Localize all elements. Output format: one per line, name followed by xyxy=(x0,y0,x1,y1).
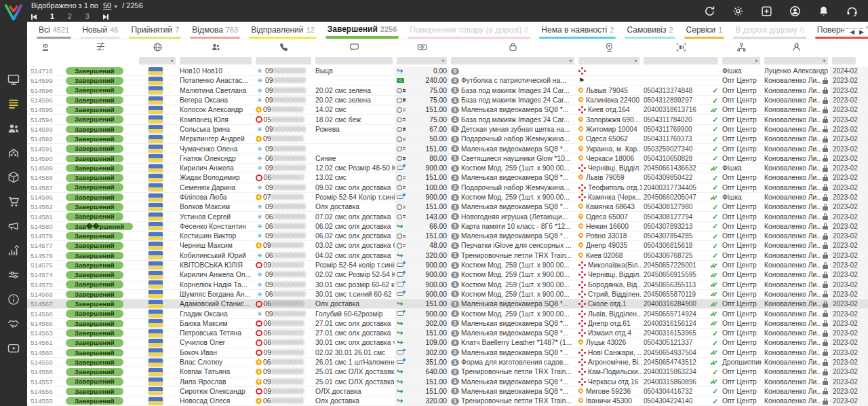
sidebar-item-orders[interactable] xyxy=(0,92,27,116)
table-row[interactable]: 514716ЗавершенийНов10 Нов100900000000Выц… xyxy=(27,67,868,76)
notifications-icon[interactable] xyxy=(817,5,830,18)
column-header-fulfillment[interactable] xyxy=(720,39,762,54)
column-header-client[interactable] xyxy=(178,39,254,54)
tab-Завершений[interactable]: Завершений2256 xyxy=(326,24,399,39)
sidebar-item-settings[interactable] xyxy=(0,263,27,287)
sidebar-item-statistics[interactable] xyxy=(0,238,27,263)
table-row[interactable]: 514557ЗавершенийЛила Ярослав090000000025… xyxy=(27,377,868,387)
sidebar-item-procurement[interactable] xyxy=(0,189,27,214)
filter-input-comment[interactable] xyxy=(315,57,393,64)
tab-label: Прийнятий7 xyxy=(129,25,181,37)
sidebar-item-partnership[interactable] xyxy=(0,312,27,336)
table-row[interactable]: 514599ЗавершенийПотапенко Анастас...0900… xyxy=(27,76,868,86)
column-header-tracking[interactable] xyxy=(642,39,720,54)
table-row[interactable]: 514580Зав��ршенийФесенко Константин06000… xyxy=(27,222,868,232)
add-icon[interactable] xyxy=(760,5,773,18)
client-name: Петровська Тетяна xyxy=(178,329,254,337)
tabs-scroll-left-icon[interactable]: ◀ xyxy=(850,29,854,35)
support-icon[interactable] xyxy=(846,5,859,18)
table-row[interactable]: 514568ЗавершенийШумляс Богдана Ан...0600… xyxy=(27,290,868,299)
filter-input-date[interactable] xyxy=(832,57,856,64)
table-row[interactable]: 514574ЗавершенийКирилич Анжела Ол...0900… xyxy=(27,270,868,280)
table-row[interactable]: 514591ЗавершенийЧумаченко Олена090000000… xyxy=(27,144,868,153)
tab-Повернення товару (в дорозі)[interactable]: Повернення товару (в дорозі)0 xyxy=(408,25,530,39)
table-row[interactable]: 514566ЗавершенийГладик Оксана0900000000Г… xyxy=(27,309,868,318)
table-row[interactable]: 514577ЗавершенийЧерниш Максим09000000000… xyxy=(27,241,868,251)
table-row[interactable]: 514555ЗавершенийНовосад Олеся0600000000О… xyxy=(27,396,868,406)
profile-icon[interactable] xyxy=(789,5,802,18)
tab-Нема в наявності[interactable]: Нема в наявності2 xyxy=(539,25,616,39)
tab-Самовивіз[interactable]: Самовивіз2 xyxy=(625,25,675,39)
table-row[interactable]: 514589ЗавершенийКирилич Анжела0900000000… xyxy=(27,164,868,173)
city-cell: Іваничи 45300 xyxy=(576,396,642,405)
table-row[interactable]: 514596ЗавершенийВегера Оксана09000000002… xyxy=(27,96,868,105)
page-size-dropdown[interactable]: 50 xyxy=(103,1,111,10)
last-page-button[interactable] xyxy=(103,14,108,20)
tab-Відправлений[interactable]: Відправлений12 xyxy=(249,25,317,39)
tabs-scroll-right-icon[interactable]: ▶ xyxy=(859,29,864,35)
table-row[interactable]: 514575ЗавершенийКВІТОВСЬКА ЮЛІЯ090000000… xyxy=(27,261,868,270)
tab-Новый[interactable]: Новый46 xyxy=(80,25,120,39)
tab-Сервіси[interactable]: Сервіси1 xyxy=(684,25,725,39)
column-header-phone[interactable] xyxy=(254,39,313,54)
table-row[interactable]: 514579ЗавершенийКостишин Виктор090000000… xyxy=(27,232,868,241)
table-row[interactable]: 514582ЗавершенийВолков Максим0900000000О… xyxy=(27,202,868,212)
sidebar-item-products[interactable] xyxy=(0,165,27,189)
refresh-icon[interactable] xyxy=(703,5,716,18)
table-row[interactable]: 514586ЗавершенийФіліпова Люба0700000000Р… xyxy=(27,193,868,202)
sidebar-item-organization[interactable] xyxy=(0,141,27,165)
table-row[interactable]: 514570ЗавершенийКорнелюк Надія Та...0900… xyxy=(27,280,868,290)
table-row[interactable]: 514559ЗавершенийВлас Слотюу060000000026.… xyxy=(27,358,868,367)
table-row[interactable]: 514598ЗавершенийМалютина Светлана0900000… xyxy=(27,86,868,96)
tab-В дорозі додому[interactable]: В дорозі додому0 xyxy=(733,25,806,39)
table-row[interactable]: 514588ЗавершенийЖидак Володимир060000000… xyxy=(27,173,868,183)
table-row[interactable]: 514567ЗавершенийАдамовский Станис...0600… xyxy=(27,299,868,309)
table-row[interactable]: 514592ЗавершенийМерклингер Андрей0900000… xyxy=(27,134,868,144)
table-row[interactable]: 514576ЗавершенийКобилинський Юрий0600000… xyxy=(27,251,868,261)
table-row[interactable]: 514595ЗавершенийКолосок Александр0900000… xyxy=(27,105,868,115)
filter-input-fulfillment[interactable]: ▼ xyxy=(722,57,760,64)
filter-input-product[interactable]: ▼ xyxy=(451,57,574,64)
table-row[interactable]: 514587ЗавершенийСеменюк Дарина0900000000… xyxy=(27,183,868,193)
column-header-comment[interactable] xyxy=(313,39,395,54)
sidebar-item-customers[interactable] xyxy=(0,116,27,141)
column-header-product[interactable] xyxy=(449,39,576,54)
column-header-status[interactable] xyxy=(64,39,137,54)
page-number-1[interactable]: 1 xyxy=(50,12,54,21)
filter-input-phone[interactable] xyxy=(256,57,311,64)
column-header-manager[interactable] xyxy=(762,39,830,54)
sidebar-item-marketing[interactable] xyxy=(0,214,27,238)
page-number-2[interactable]: 2 xyxy=(68,12,72,21)
filter-input-country[interactable]: ▼ xyxy=(139,57,176,64)
table-row[interactable]: 514556ЗавершенийСиротюк Олександр0900000… xyxy=(27,387,868,396)
table-row[interactable]: 514565ЗавершенийБаюка Максим060000000027… xyxy=(27,319,868,329)
filter-input-tracking[interactable] xyxy=(644,57,718,64)
filter-input-manager[interactable]: ▼ xyxy=(764,57,828,64)
tab-Відмова[interactable]: Відмова763 xyxy=(190,25,240,39)
settings-icon[interactable] xyxy=(732,5,745,18)
filter-input-client[interactable] xyxy=(180,57,252,64)
table-row[interactable]: 514558ЗавершенийКовпак Татьяна0900000000… xyxy=(27,367,868,377)
column-header-payment[interactable] xyxy=(395,39,449,54)
app-logo-icon[interactable] xyxy=(3,2,24,22)
column-header-id[interactable]: ID xyxy=(27,39,64,54)
page-number-3[interactable]: 3 xyxy=(85,12,90,21)
sidebar-item-dashboard[interactable] xyxy=(0,67,27,92)
column-header-date[interactable] xyxy=(830,39,868,54)
table-row[interactable]: 514593ЗавершенийСольська Ірина0900000000… xyxy=(27,125,868,134)
column-header-city[interactable] xyxy=(576,39,642,54)
tab-Прийнятий[interactable]: Прийнятий7 xyxy=(129,25,181,39)
sidebar-item-info[interactable] xyxy=(0,287,27,312)
sidebar-item-videos[interactable] xyxy=(0,336,27,361)
first-page-button[interactable] xyxy=(31,14,37,20)
table-row[interactable]: 514563ЗавершенийПетровська Тетяна0600000… xyxy=(27,329,868,338)
table-row[interactable]: 514594ЗавершенийКомпанец Юля050000000018… xyxy=(27,115,868,124)
table-row[interactable]: 514581ЗавершенийУстинов Сергей0600000000… xyxy=(27,212,868,221)
filter-input-city[interactable]: ▼ xyxy=(578,57,639,64)
table-row[interactable]: 514590ЗавершенийГнатюк Олексндр060000000… xyxy=(27,154,868,164)
table-row[interactable]: 514561ЗавершенийСучилов Олег060000000030… xyxy=(27,338,868,348)
tab-Всі[interactable]: Всі4521 xyxy=(37,25,71,39)
table-row[interactable]: 514560ЗавершенийБокоч Иван090000000002.0… xyxy=(27,348,868,358)
column-header-country[interactable] xyxy=(137,39,178,54)
filter-input-payment[interactable]: ▼ xyxy=(397,57,447,64)
